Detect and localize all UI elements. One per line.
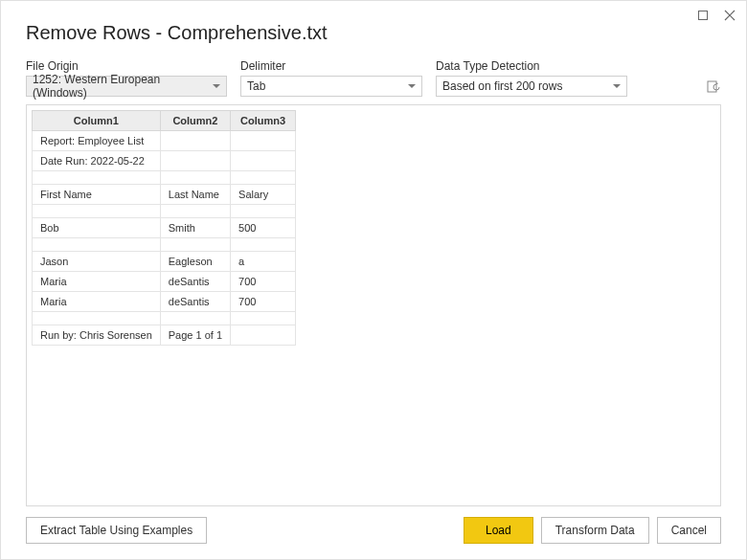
chevron-down-icon xyxy=(613,84,621,88)
table-cell xyxy=(33,171,161,185)
table-row[interactable]: MariadeSantis700 xyxy=(33,292,296,312)
table-cell xyxy=(231,131,296,151)
table-cell: First Name xyxy=(33,185,161,205)
table-cell xyxy=(231,325,296,346)
delimiter-value: Tab xyxy=(247,79,265,93)
table-cell xyxy=(160,312,230,325)
detection-value: Based on first 200 rows xyxy=(442,79,562,93)
dialog-title: Remove Rows - Comprehensive.txt xyxy=(1,1,746,59)
table-cell xyxy=(33,205,161,218)
close-icon[interactable] xyxy=(723,9,736,22)
column-header[interactable]: Column2 xyxy=(160,111,230,131)
svg-rect-1 xyxy=(708,81,716,92)
cancel-button[interactable]: Cancel xyxy=(657,517,721,544)
table-cell: Maria xyxy=(33,272,161,292)
table-cell xyxy=(231,312,296,325)
delimiter-dropdown[interactable]: Tab xyxy=(240,76,422,97)
table-cell: Date Run: 2022-05-22 xyxy=(33,151,161,171)
table-row[interactable]: Date Run: 2022-05-22 xyxy=(33,151,296,171)
file-origin-value: 1252: Western European (Windows) xyxy=(33,73,207,100)
column-header[interactable]: Column3 xyxy=(231,111,296,131)
table-row[interactable] xyxy=(33,238,296,252)
table-cell xyxy=(33,312,161,325)
table-cell: 500 xyxy=(231,218,296,238)
table-header-row: Column1 Column2 Column3 xyxy=(33,111,296,131)
table-row[interactable]: BobSmith500 xyxy=(33,218,296,238)
table-row[interactable]: Run by: Chris SorensenPage 1 of 1 xyxy=(33,325,296,346)
table-cell xyxy=(231,205,296,218)
table-row[interactable] xyxy=(33,205,296,218)
table-cell: Run by: Chris Sorensen xyxy=(33,325,161,346)
table-cell: Eagleson xyxy=(160,252,230,272)
table-cell xyxy=(231,238,296,252)
chevron-down-icon xyxy=(213,84,220,88)
refresh-icon[interactable] xyxy=(706,79,721,95)
table-cell: a xyxy=(231,252,296,272)
table-cell: Page 1 of 1 xyxy=(160,325,230,346)
svg-rect-0 xyxy=(699,11,708,20)
table-cell: Maria xyxy=(33,292,161,312)
table-row[interactable] xyxy=(33,171,296,185)
table-cell xyxy=(33,238,161,252)
extract-table-button[interactable]: Extract Table Using Examples xyxy=(26,517,207,544)
preview-panel: Column1 Column2 Column3 Report: Employee… xyxy=(26,104,721,506)
column-header[interactable]: Column1 xyxy=(33,111,161,131)
table-cell: 700 xyxy=(231,292,296,312)
table-cell: Bob xyxy=(33,218,161,238)
detection-label: Data Type Detection xyxy=(436,59,627,73)
table-cell xyxy=(160,131,230,151)
table-row[interactable]: MariadeSantis700 xyxy=(33,272,296,292)
table-row[interactable]: Report: Employee List xyxy=(33,131,296,151)
table-cell: Last Name xyxy=(160,185,230,205)
table-row[interactable]: JasonEaglesona xyxy=(33,252,296,272)
table-row[interactable]: First NameLast NameSalary xyxy=(33,185,296,205)
delimiter-label: Delimiter xyxy=(240,59,422,73)
file-origin-dropdown[interactable]: 1252: Western European (Windows) xyxy=(26,76,227,97)
table-row[interactable] xyxy=(33,312,296,325)
table-cell: Smith xyxy=(160,218,230,238)
transform-data-button[interactable]: Transform Data xyxy=(541,517,649,544)
table-cell xyxy=(160,205,230,218)
table-cell: Salary xyxy=(231,185,296,205)
maximize-icon[interactable] xyxy=(696,9,710,22)
table-cell: deSantis xyxy=(160,272,230,292)
table-cell xyxy=(231,171,296,185)
table-cell: Report: Employee List xyxy=(33,131,161,151)
table-cell xyxy=(160,151,230,171)
table-cell xyxy=(160,171,230,185)
file-origin-label: File Origin xyxy=(26,59,227,73)
table-cell xyxy=(160,238,230,252)
chevron-down-icon xyxy=(408,84,416,88)
table-cell xyxy=(231,151,296,171)
table-cell: 700 xyxy=(231,272,296,292)
table-cell: Jason xyxy=(33,252,161,272)
load-button[interactable]: Load xyxy=(464,517,533,544)
detection-dropdown[interactable]: Based on first 200 rows xyxy=(436,76,627,97)
table-cell: deSantis xyxy=(160,292,230,312)
preview-table: Column1 Column2 Column3 Report: Employee… xyxy=(32,110,296,346)
